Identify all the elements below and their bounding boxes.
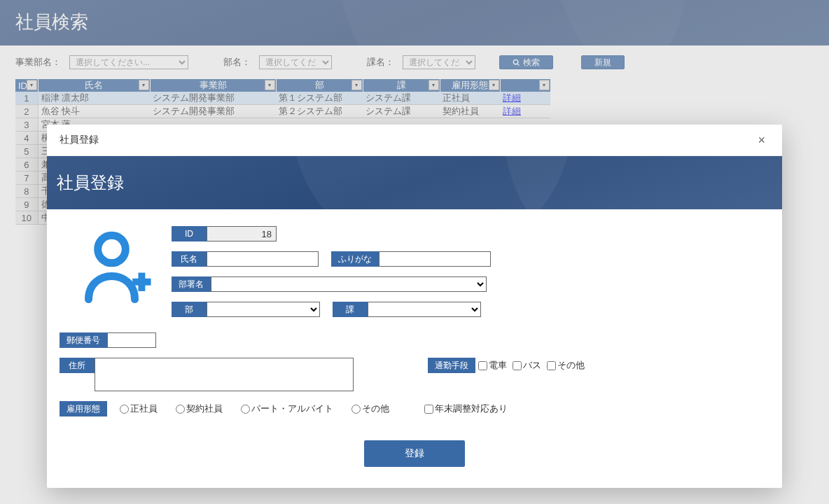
employee-register-modal: 社員登録 × 社員登録 [47,125,782,227]
modal-overlay: 社員登録 × 社員登録 [0,0,829,227]
close-icon: × [758,133,765,147]
modal-banner: 社員登録 [47,156,782,209]
modal-title: 社員登録 [60,134,99,146]
add-user-icon [77,226,154,227]
modal-titlebar: 社員登録 × [47,125,782,156]
modal-close-button[interactable]: × [753,133,769,147]
fld-label-id: ID [172,226,207,227]
id-field: 18 [207,226,277,227]
modal-banner-title: 社員登録 [57,173,124,192]
